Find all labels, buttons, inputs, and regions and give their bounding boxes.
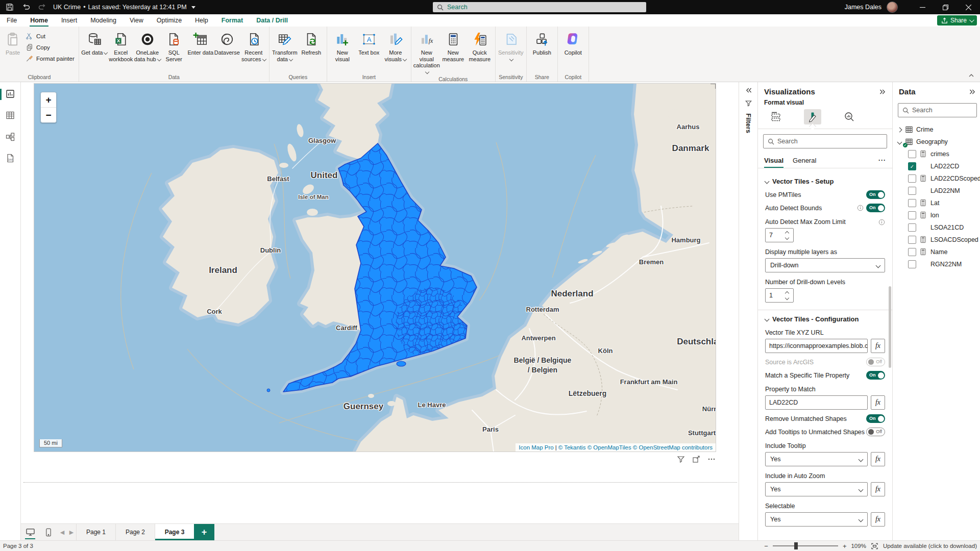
sidebar-table-view[interactable] [0, 109, 20, 123]
tab-visual[interactable]: Visual [764, 153, 783, 168]
page-tab-page-1[interactable]: Page 1 [76, 524, 115, 540]
copilot-button[interactable]: Copilot [560, 29, 586, 69]
table-geography[interactable]: ✓Geography [897, 136, 979, 148]
paste-button[interactable]: Paste [2, 29, 23, 69]
copy-button[interactable]: Copy [23, 42, 77, 53]
collapse-pane-icon[interactable] [879, 88, 887, 96]
prev-page-arrow[interactable]: ◀ [58, 524, 67, 540]
analytics-tab-icon[interactable] [841, 109, 858, 124]
save-icon[interactable] [3, 2, 16, 12]
vector-tile-xyz-url-fx-button[interactable]: fx [871, 339, 885, 353]
focus-mode-icon[interactable] [692, 455, 700, 463]
scrollbar[interactable] [889, 286, 891, 368]
avatar[interactable] [887, 2, 898, 13]
format-painter-button[interactable]: Format painter [23, 53, 77, 64]
spinner-arrows[interactable] [783, 232, 793, 239]
auto-detect-bounds-toggle[interactable]: On [866, 204, 885, 212]
field-lon[interactable]: lon [897, 209, 979, 221]
attribution-link[interactable]: © OpenStreetMap contributors [633, 444, 713, 450]
text-box-button[interactable]: AText box [356, 29, 382, 69]
share-button[interactable]: Share [937, 15, 977, 26]
field-checkbox[interactable] [908, 187, 916, 195]
onelake-data-hub-button[interactable]: OneLake data hub [134, 29, 161, 69]
field-checkbox[interactable] [908, 248, 916, 256]
sidebar-report-view[interactable] [0, 87, 20, 102]
close-button[interactable] [957, 0, 980, 14]
enter-data-button[interactable]: Enter data [187, 29, 214, 69]
chevron-down-icon[interactable] [897, 139, 902, 144]
dataverse-button[interactable]: Dataverse [214, 29, 240, 69]
page-tab-page-2[interactable]: Page 2 [115, 524, 155, 540]
zoom-slider[interactable] [773, 545, 838, 546]
fields-tab-icon[interactable] [767, 109, 785, 124]
number-of-drill-down-levels-spinner[interactable]: 1 [765, 288, 794, 303]
field-checkbox[interactable] [908, 174, 916, 183]
field-checkbox[interactable] [908, 236, 916, 244]
document-title[interactable]: UK Crime • Last saved: Yesterday at 12:4… [53, 4, 195, 11]
cut-button[interactable]: Cut [23, 31, 77, 42]
field-checkbox[interactable] [908, 150, 916, 158]
field-lsoa21cd[interactable]: LSOA21CD [897, 221, 979, 234]
display-multiple-layers-as-dropdown[interactable]: Drill-down [765, 258, 885, 272]
attribution-link[interactable]: © Tekantis [558, 444, 586, 450]
field-checkbox[interactable] [908, 223, 916, 232]
sensitivity-button[interactable]: Sensitivity [498, 29, 524, 69]
menu-view[interactable]: View [123, 14, 150, 27]
field-name[interactable]: Name [897, 246, 979, 258]
add-tooltips-to-unmatched-shapes-toggle[interactable]: Off [866, 428, 885, 436]
format-tab-icon[interactable] [804, 109, 821, 124]
source-is-arcgis-toggle[interactable]: Off [866, 358, 885, 366]
data-search-input[interactable]: Search [898, 103, 977, 117]
menu-home[interactable]: Home [23, 14, 55, 27]
new-visual-button[interactable]: New visual [329, 29, 356, 69]
menu-format[interactable]: Format [215, 14, 250, 27]
auto-detect-max-zoom-limit-spinner[interactable]: 7 [765, 228, 794, 242]
ribbon-collapse-icon[interactable] [968, 72, 976, 80]
publish-button[interactable]: Publish [529, 29, 555, 69]
minimize-button[interactable] [911, 0, 934, 14]
table-crime[interactable]: Crime [897, 123, 979, 136]
add-page-button[interactable]: + [194, 524, 214, 540]
attribution-link[interactable]: © OpenMapTiles [587, 444, 631, 450]
include-tooltip-dropdown[interactable]: Yes [765, 452, 868, 466]
more-options-icon[interactable]: ··· [878, 157, 886, 164]
more-options-icon[interactable] [707, 455, 716, 463]
title-caret-icon[interactable] [191, 6, 195, 9]
fit-to-page-icon[interactable] [871, 542, 878, 550]
next-page-arrow[interactable]: ▶ [67, 524, 76, 540]
field-lsoacdscoped[interactable]: LSOACDScoped [897, 234, 979, 246]
new-measure-button[interactable]: New measure [440, 29, 467, 69]
menu-optimize[interactable]: Optimize [150, 14, 188, 27]
report-canvas[interactable]: + − 50 mi Icon Map Pro|© Tekantis © Open… [21, 82, 739, 523]
page-tab-page-3[interactable]: Page 3 [155, 524, 194, 540]
vector-tile-xyz-url-input[interactable]: https://iconmapproexamples.blob.cc [765, 339, 868, 353]
restore-button[interactable] [934, 0, 957, 14]
field-lad22cd[interactable]: ✓LAD22CD [897, 160, 979, 172]
collapse-pane-icon[interactable] [969, 88, 977, 96]
zoom-out-button[interactable]: − [41, 108, 56, 122]
refresh-button[interactable]: Refresh [298, 29, 325, 69]
new-visual-calculation-button[interactable]: fxNew visual calculation [413, 29, 440, 75]
field-lad22nm[interactable]: LAD22NM [897, 185, 979, 197]
use-pmtiles-toggle[interactable]: On [866, 190, 885, 199]
menu-help[interactable]: Help [188, 14, 215, 27]
field-crimes[interactable]: crimes [897, 148, 979, 160]
sidebar-model-view[interactable] [0, 130, 20, 144]
visual-resize-handle[interactable] [710, 83, 716, 89]
expand-pane-icon[interactable] [744, 86, 752, 94]
menu-modeling[interactable]: Modeling [84, 14, 123, 27]
desktop-layout-button[interactable] [21, 524, 39, 540]
more-visuals-button[interactable]: More visuals [382, 29, 409, 69]
undo-icon[interactable] [19, 2, 33, 12]
transform-data-button[interactable]: Transform data [272, 29, 298, 69]
quick-measure-button[interactable]: Quick measure [467, 29, 493, 69]
zoom-slider-thumb[interactable] [794, 542, 798, 549]
format-search-input[interactable]: Search [763, 134, 887, 148]
spinner-arrows[interactable] [783, 292, 793, 299]
redo-icon[interactable] [36, 2, 49, 12]
include-in-auto-zoom-dropdown[interactable]: Yes [765, 482, 868, 496]
zoom-out-button[interactable]: − [764, 542, 768, 550]
field-checkbox[interactable] [908, 211, 916, 219]
remove-unmatched-shapes-toggle[interactable]: On [866, 414, 885, 423]
field-checkbox[interactable] [908, 199, 916, 207]
